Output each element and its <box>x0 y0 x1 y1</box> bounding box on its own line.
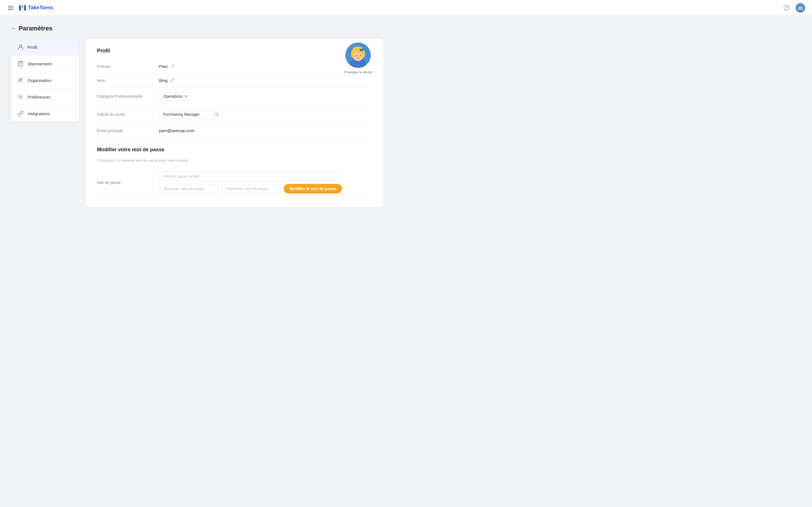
svg-point-15 <box>21 78 23 80</box>
sidebar-item-preferences[interactable]: Préférences <box>11 89 79 105</box>
password-section: Modifier votre mot de passe Choisissez u… <box>97 147 372 198</box>
intitule-label: Intitulé du poste <box>97 112 159 117</box>
avatar-svg <box>796 3 805 13</box>
clipboard-icon <box>17 61 24 67</box>
sidebar-item-integrations-label: Intégrations <box>28 111 50 116</box>
nom-edit-icon[interactable] <box>170 78 174 83</box>
svg-rect-1 <box>22 5 23 8</box>
svg-rect-2 <box>24 5 26 11</box>
question-circle-icon: ? <box>783 5 790 11</box>
svg-point-16 <box>20 96 21 98</box>
sidebar-item-preferences-label: Préférences <box>28 95 50 100</box>
back-arrow-icon: ← <box>11 25 16 32</box>
header: TakeTurns ? <box>0 0 812 16</box>
prenom-row: Prénom Pam <box>97 59 372 73</box>
job-input-wrap <box>159 110 222 119</box>
page-back-row[interactable]: ← Paramètres <box>11 25 384 32</box>
main-layout: Profil Abonnement <box>11 39 384 207</box>
nom-value: Bing <box>159 78 167 83</box>
categorie-value-group: Opérations Marketing Finance RH Techniqu… <box>159 92 191 101</box>
prenom-value-group: Pam <box>159 64 174 69</box>
svg-point-25 <box>361 49 363 51</box>
sidebar-item-profil-label: Profil <box>28 45 37 50</box>
help-button[interactable]: ? <box>782 3 791 12</box>
current-password-input[interactable] <box>159 172 342 181</box>
nom-value-group: Bing <box>159 78 174 83</box>
sidebar-item-profil[interactable]: Profil <box>11 39 79 55</box>
categorie-label: Catégorie Professionnelle <box>97 94 159 99</box>
gear-icon <box>17 94 24 100</box>
nom-row: Nom Bing <box>97 73 372 88</box>
password-new-row: Modifier le mot de passe <box>159 184 342 193</box>
confirm-password-input[interactable] <box>221 184 280 193</box>
profile-section-title: Profil <box>97 48 372 54</box>
password-subtitle: Choisissez un nouveau mot de passe pour … <box>97 158 372 163</box>
page-container: ← Paramètres Profil <box>0 16 395 216</box>
password-section-title: Modifier votre mot de passe <box>97 147 372 153</box>
logo-icon <box>18 4 27 12</box>
svg-text:?: ? <box>785 6 788 10</box>
sidebar: Profil Abonnement <box>11 39 79 122</box>
users-icon <box>17 77 24 83</box>
header-user-avatar[interactable] <box>796 3 805 13</box>
svg-point-31 <box>361 56 363 57</box>
header-left: TakeTurns <box>7 4 53 12</box>
svg-rect-0 <box>19 5 21 11</box>
categorie-select[interactable]: Opérations Marketing Finance RH Techniqu… <box>159 92 191 101</box>
prenom-label: Prénom <box>97 64 159 69</box>
link-icon <box>17 110 24 117</box>
sidebar-item-organisation-label: Organisation <box>28 78 52 83</box>
svg-point-10 <box>19 45 22 47</box>
svg-point-8 <box>799 8 800 8</box>
sidebar-item-integrations[interactable]: Intégrations <box>11 105 79 122</box>
content-panel: Profil <box>86 39 384 207</box>
email-value: pam@axecap.com <box>159 128 194 133</box>
intitule-input[interactable] <box>163 112 213 117</box>
sidebar-item-abonnement-label: Abonnement <box>28 61 52 66</box>
new-password-input[interactable] <box>159 184 218 193</box>
email-row: Email principal pam@axecap.com <box>97 124 372 138</box>
svg-point-14 <box>19 78 20 80</box>
logo-text: TakeTurns <box>28 5 53 11</box>
intitule-value-group <box>159 110 222 119</box>
svg-point-28 <box>356 55 357 56</box>
email-label: Email principal <box>97 128 159 133</box>
svg-point-29 <box>360 55 361 56</box>
change-password-button[interactable]: Modifier le mot de passe <box>284 184 342 193</box>
header-right: ? <box>782 3 805 13</box>
prenom-edit-icon[interactable] <box>170 64 174 69</box>
svg-point-30 <box>353 56 356 57</box>
email-value-group: pam@axecap.com <box>159 128 194 133</box>
password-row: Mot de passe Modifier le mot de passe <box>97 167 372 198</box>
profile-fields: Changer la photo Prénom Pam <box>97 59 372 138</box>
password-label: Mot de passe <box>97 180 159 185</box>
menu-button[interactable] <box>7 5 15 11</box>
svg-point-9 <box>801 8 802 8</box>
logo[interactable]: TakeTurns <box>18 4 53 12</box>
intitule-row: Intitulé du poste <box>97 105 372 124</box>
nom-label: Nom <box>97 78 159 83</box>
categorie-row: Catégorie Professionnelle Opérations Mar… <box>97 88 372 105</box>
sidebar-item-abonnement[interactable]: Abonnement <box>11 55 79 72</box>
sidebar-item-organisation[interactable]: Organisation <box>11 72 79 89</box>
intitule-clear-button[interactable] <box>214 112 219 117</box>
user-icon <box>17 44 24 50</box>
prenom-value: Pam <box>159 64 168 69</box>
password-inputs: Modifier le mot de passe <box>159 172 342 193</box>
page-title: Paramètres <box>18 25 52 32</box>
